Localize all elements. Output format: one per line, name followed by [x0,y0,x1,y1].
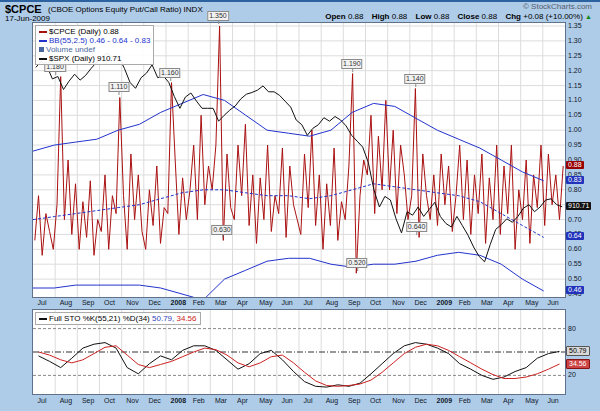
month-label: Mar [481,397,493,405]
main-axis-tick: 1.20 [568,67,582,74]
value-box: 0.83 [566,176,584,184]
main-axis-tick: 0.50 [568,275,582,282]
cpce-line-swatch-icon [39,31,47,33]
month-label: Oct [370,397,381,405]
main-axis-tick: 1.00 [568,126,582,133]
sto-line-swatch-icon [39,318,47,320]
open-value: 0.88 [348,12,364,21]
chg-up-arrow-icon: ▲ [585,13,592,20]
annotation-flag: 1.160 [159,68,181,78]
month-label: Nov [126,299,138,307]
top-border [0,0,600,2]
main-axis-tick: 1.05 [568,111,582,118]
annotation-flag: 1.140 [404,74,426,84]
annotation-stem [415,83,416,87]
sto-k-value: 50.79, [152,314,174,323]
close-value: 0.88 [482,12,498,21]
month-label: May [259,397,272,405]
chg-label: Chg [505,12,521,21]
month-label: Dec [148,397,160,405]
chart-description: (CBOE Options Equity Put/Call Ratio) IND… [48,5,203,14]
high-value: 0.88 [392,12,408,21]
month-label: Jun [547,397,558,405]
legend-spx-label: $SPX (Daily) 910.71 [49,54,121,63]
annotation-flag: 1.350 [207,11,229,21]
month-label: Feb [459,299,471,307]
value-box: 0.88 [566,161,584,169]
annotation-flag: 0.520 [346,258,368,268]
main-legend: $CPCE (Daily) 0.88 BB(55,2.5) 0.46 - 0.6… [35,25,154,65]
month-label: May [525,299,538,307]
bb-line-swatch-icon [39,40,47,42]
month-label: Jun [281,397,292,405]
low-label: Low [416,12,432,21]
month-label: Nov [392,397,404,405]
stockcharts-chart: $CPCE (CBOE Options Equity Put/Call Rati… [0,0,600,411]
sto-legend-label: Full STO %K(55,21) %D(34) [49,314,150,323]
annotation-stem [222,234,223,238]
annotation-stem [357,267,358,271]
volume-bars-icon [39,47,44,52]
month-label: Feb [459,397,471,405]
annotation-flag: 0.630 [211,225,233,235]
month-label: Sep [348,299,360,307]
legend-cpce-label: $CPCE (Daily) 0.88 [49,27,119,36]
month-label: Oct [104,397,115,405]
value-box: 910.71 [566,202,591,210]
month-label: Jun [281,299,292,307]
value-box: 0.64 [566,232,584,240]
month-label: 2009 [437,397,453,405]
month-label: Apr [237,299,248,307]
annotation-stem [170,77,171,81]
value-box: 34.56 [566,359,590,369]
sto-d-value: 34.56 [177,314,197,323]
month-label: Sep [82,397,94,405]
month-label: 2008 [171,299,187,307]
month-label: Mar [215,397,227,405]
sub-axis-tick: 20 [568,371,576,378]
main-axis-tick: 0.70 [568,216,582,223]
ohlc-quote-row: Open 0.88 High 0.88 Low 0.88 Close 0.88 … [319,12,592,21]
main-axis-tick: 1.15 [568,82,582,89]
legend-row-bb: BB(55,2.5) 0.46 - 0.64 - 0.83 [39,36,150,45]
main-axis-tick: 1.25 [568,52,582,59]
month-label: Apr [503,397,514,405]
annotation-stem [352,68,353,72]
stochastic-legend: Full STO %K(55,21) %D(34) 50.79, 34.56 [35,312,201,325]
month-label: Jul [38,299,47,307]
month-label: Feb [193,299,205,307]
stochastic-panel: Full STO %K(55,21) %D(34) 50.79, 34.56 [32,309,566,395]
month-label: Mar [481,299,493,307]
month-label: Sep [348,397,360,405]
month-label: Aug [60,299,72,307]
month-label: Jul [304,299,313,307]
main-price-panel: $CPCE (Daily) 0.88 BB(55,2.5) 0.46 - 0.6… [32,22,566,298]
high-label: High [372,12,390,21]
series-bb-55-2-5-lower [33,252,544,297]
annotation-stem [417,231,418,235]
low-value: 0.88 [434,12,450,21]
main-axis-tick: 0.60 [568,245,582,252]
annotation-flag: 0.640 [406,222,428,232]
month-label: Aug [326,299,338,307]
month-label: Dec [148,299,160,307]
month-label: Apr [237,397,248,405]
month-label: Nov [126,397,138,405]
month-label: 2009 [437,299,453,307]
month-label: Oct [370,299,381,307]
value-box: 0.46 [566,286,584,294]
month-label: Jun [547,299,558,307]
month-label: Jul [38,397,47,405]
main-axis-tick: 0.55 [568,260,582,267]
month-label: Sep [82,299,94,307]
legend-row-volume: Volume undef [39,45,150,54]
legend-row-cpce: $CPCE (Daily) 0.88 [39,27,150,36]
annotation-stem [55,71,56,75]
main-axis-tick: 0.95 [568,141,582,148]
sub-axis-tick: 80 [568,325,576,332]
month-label: Dec [414,299,426,307]
chg-value: +0.08 (+10.00%) [523,12,583,21]
month-label: Apr [503,299,514,307]
month-label: Jul [304,397,313,405]
annotation-stem [119,91,120,95]
